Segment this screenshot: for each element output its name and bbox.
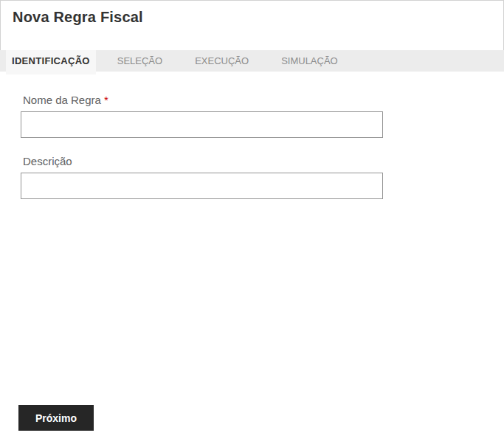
descricao-label-text: Descrição (23, 155, 72, 167)
tab-bar: IDENTIFICAÇÃO SELEÇÃO EXECUÇÃO SIMULAÇÃO (0, 50, 504, 72)
tab-identificacao[interactable]: IDENTIFICAÇÃO (6, 50, 96, 74)
tab-simulacao-label: SIMULAÇÃO (281, 55, 338, 66)
tab-selecao[interactable]: SELEÇÃO (106, 50, 173, 72)
page-header: Nova Regra Fiscal (0, 0, 504, 50)
tab-selecao-label: SELEÇÃO (117, 55, 162, 66)
nome-da-regra-input[interactable] (21, 111, 383, 138)
field-group-nome-da-regra: Nome da Regra * (21, 94, 504, 138)
proximo-button[interactable]: Próximo (18, 405, 94, 431)
nome-da-regra-label-text: Nome da Regra (23, 94, 101, 106)
tab-simulacao[interactable]: SIMULAÇÃO (270, 50, 349, 72)
field-group-descricao: Descrição (21, 155, 504, 199)
required-asterisk: * (104, 94, 108, 106)
descricao-input[interactable] (21, 173, 383, 199)
tab-identificacao-label: IDENTIFICAÇÃO (12, 55, 90, 66)
descricao-label: Descrição (23, 155, 504, 167)
nome-da-regra-label: Nome da Regra * (23, 94, 504, 106)
identification-form: Nome da Regra * Descrição (0, 94, 504, 199)
page-container: Nova Regra Fiscal IDENTIFICAÇÃO SELEÇÃO … (0, 0, 504, 444)
page-title: Nova Regra Fiscal (13, 9, 143, 26)
tab-execucao[interactable]: EXECUÇÃO (184, 50, 260, 72)
tab-execucao-label: EXECUÇÃO (195, 55, 249, 66)
